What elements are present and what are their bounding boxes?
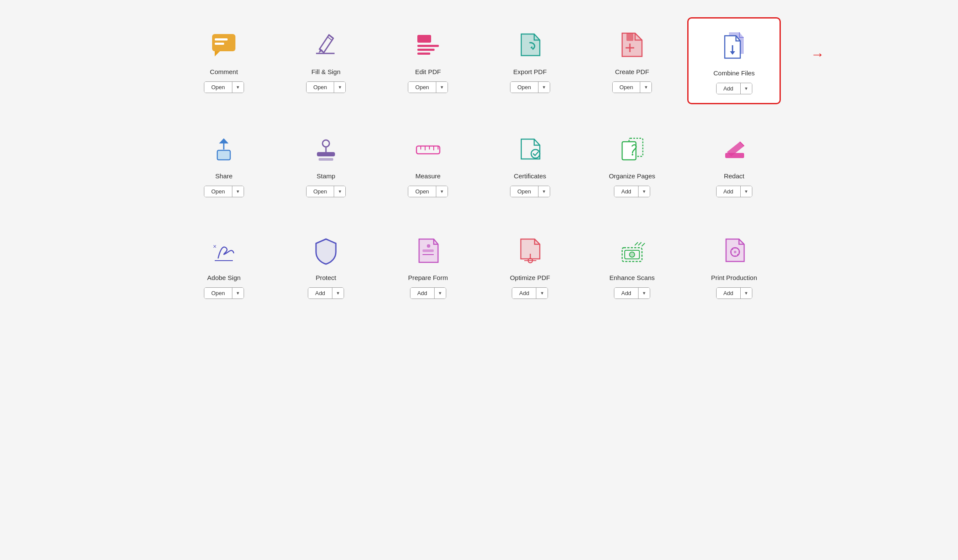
- create-pdf-icon: [615, 28, 649, 62]
- svg-point-29: [531, 149, 540, 158]
- comment-open-btn[interactable]: Open: [204, 82, 232, 93]
- tool-stamp: Stamp Open ▼: [279, 121, 373, 206]
- svg-rect-22: [319, 158, 333, 161]
- create-pdf-dropdown-btn[interactable]: ▼: [640, 82, 651, 93]
- measure-dropdown-btn[interactable]: ▼: [436, 186, 448, 197]
- measure-open-btn[interactable]: Open: [408, 186, 436, 197]
- export-pdf-icon: [513, 28, 547, 62]
- tool-enhance-scans: Enhance Scans Add ▼: [585, 223, 679, 308]
- comment-btn-group[interactable]: Open ▼: [204, 81, 244, 93]
- export-pdf-open-btn[interactable]: Open: [510, 82, 538, 93]
- svg-line-52: [737, 254, 738, 255]
- fill-sign-label: Fill & Sign: [311, 68, 341, 75]
- combine-files-add-btn[interactable]: Add: [717, 83, 740, 94]
- edit-pdf-btn-group[interactable]: Open ▼: [408, 81, 448, 93]
- combine-files-label: Combine Files: [714, 69, 755, 77]
- redact-dropdown-btn[interactable]: ▼: [740, 186, 752, 197]
- share-dropdown-btn[interactable]: ▼: [232, 186, 244, 197]
- svg-rect-15: [217, 150, 230, 160]
- fill-sign-btn-group[interactable]: Open ▼: [306, 81, 346, 93]
- create-pdf-open-btn[interactable]: Open: [613, 82, 640, 93]
- fill-sign-dropdown-btn[interactable]: ▼: [334, 82, 345, 93]
- combine-files-arrow: →: [811, 47, 824, 62]
- tool-edit-pdf: Edit PDF Open ▼: [381, 17, 475, 104]
- measure-label: Measure: [415, 172, 440, 180]
- edit-pdf-dropdown-btn[interactable]: ▼: [436, 82, 448, 93]
- prepare-form-add-btn[interactable]: Add: [410, 288, 434, 299]
- svg-line-51: [732, 249, 733, 250]
- organize-pages-btn-group[interactable]: Add ▼: [614, 186, 650, 197]
- protect-btn-group[interactable]: Add ▼: [308, 287, 344, 299]
- print-production-icon: [717, 233, 751, 268]
- organize-pages-add-btn[interactable]: Add: [614, 186, 638, 197]
- export-pdf-dropdown-btn[interactable]: ▼: [538, 82, 550, 93]
- export-pdf-label: Export PDF: [513, 68, 547, 75]
- combine-files-dropdown-btn[interactable]: ▼: [740, 83, 752, 94]
- comment-label: Comment: [210, 68, 238, 75]
- combine-files-btn-group[interactable]: Add ▼: [716, 83, 752, 94]
- adobe-sign-dropdown-btn[interactable]: ▼: [232, 288, 244, 299]
- redact-btn-group[interactable]: Add ▼: [716, 186, 752, 197]
- stamp-dropdown-btn[interactable]: ▼: [334, 186, 345, 197]
- comment-dropdown-btn[interactable]: ▼: [232, 82, 244, 93]
- enhance-scans-label: Enhance Scans: [609, 274, 654, 281]
- svg-rect-23: [416, 146, 440, 154]
- adobe-sign-btn-group[interactable]: Open ▼: [204, 287, 244, 299]
- prepare-form-dropdown-btn[interactable]: ▼: [434, 288, 446, 299]
- adobe-sign-open-btn[interactable]: Open: [204, 288, 232, 299]
- tool-print-production: Print Production Add ▼: [687, 223, 781, 308]
- certificates-open-btn[interactable]: Open: [510, 186, 538, 197]
- svg-rect-36: [423, 249, 434, 252]
- optimize-pdf-btn-group[interactable]: Add ▼: [512, 287, 548, 299]
- tool-combine-files: Combine Files Add ▼: [687, 17, 781, 104]
- redact-add-btn[interactable]: Add: [717, 186, 740, 197]
- edit-pdf-open-btn[interactable]: Open: [408, 82, 436, 93]
- stamp-label: Stamp: [316, 172, 335, 180]
- svg-point-38: [427, 244, 430, 248]
- certificates-btn-group[interactable]: Open ▼: [510, 186, 550, 197]
- print-production-dropdown-btn[interactable]: ▼: [740, 288, 752, 299]
- optimize-pdf-add-btn[interactable]: Add: [512, 288, 536, 299]
- protect-dropdown-btn[interactable]: ▼: [332, 288, 344, 299]
- share-open-btn[interactable]: Open: [204, 186, 232, 197]
- enhance-scans-dropdown-btn[interactable]: ▼: [638, 288, 650, 299]
- organize-pages-dropdown-btn[interactable]: ▼: [638, 186, 650, 197]
- tool-fill-sign: Fill & Sign Open ▼: [279, 17, 373, 104]
- stamp-open-btn[interactable]: Open: [307, 186, 334, 197]
- create-pdf-btn-group[interactable]: Open ▼: [612, 81, 652, 93]
- share-icon: [207, 132, 241, 166]
- share-btn-group[interactable]: Open ▼: [204, 186, 244, 197]
- enhance-scans-btn-group[interactable]: Add ▼: [614, 287, 650, 299]
- print-production-add-btn[interactable]: Add: [717, 288, 740, 299]
- svg-rect-21: [317, 152, 335, 156]
- optimize-pdf-dropdown-btn[interactable]: ▼: [536, 288, 548, 299]
- redact-icon: [717, 132, 751, 166]
- protect-icon: [309, 233, 343, 268]
- tool-create-pdf: Create PDF Open ▼: [585, 17, 679, 104]
- export-pdf-btn-group[interactable]: Open ▼: [510, 81, 550, 93]
- svg-point-19: [322, 140, 329, 147]
- print-production-btn-group[interactable]: Add ▼: [716, 287, 752, 299]
- fill-sign-icon: [309, 28, 343, 62]
- fill-sign-open-btn[interactable]: Open: [307, 82, 334, 93]
- tool-measure: Measure Open ▼: [381, 121, 475, 206]
- enhance-scans-add-btn[interactable]: Add: [614, 288, 638, 299]
- tool-share: Share Open ▼: [177, 121, 271, 206]
- prepare-form-btn-group[interactable]: Add ▼: [410, 287, 446, 299]
- optimize-pdf-icon: [513, 233, 547, 268]
- certificates-dropdown-btn[interactable]: ▼: [538, 186, 550, 197]
- svg-marker-3: [215, 51, 220, 56]
- stamp-btn-group[interactable]: Open ▼: [306, 186, 346, 197]
- tools-grid: Comment Open ▼ Fill & Sign Open ▼: [177, 17, 781, 308]
- adobe-sign-label: Adobe Sign: [207, 274, 241, 281]
- svg-rect-1: [215, 38, 228, 40]
- tool-organize-pages: Organize Pages Add ▼: [585, 121, 679, 206]
- protect-add-btn[interactable]: Add: [308, 288, 332, 299]
- svg-rect-5: [417, 35, 431, 43]
- tool-redact: Redact Add ▼: [687, 121, 781, 206]
- adobe-sign-icon: ×: [207, 233, 241, 268]
- print-production-label: Print Production: [711, 274, 757, 281]
- organize-pages-label: Organize Pages: [609, 172, 655, 180]
- measure-btn-group[interactable]: Open ▼: [408, 186, 448, 197]
- organize-pages-icon: [615, 132, 649, 166]
